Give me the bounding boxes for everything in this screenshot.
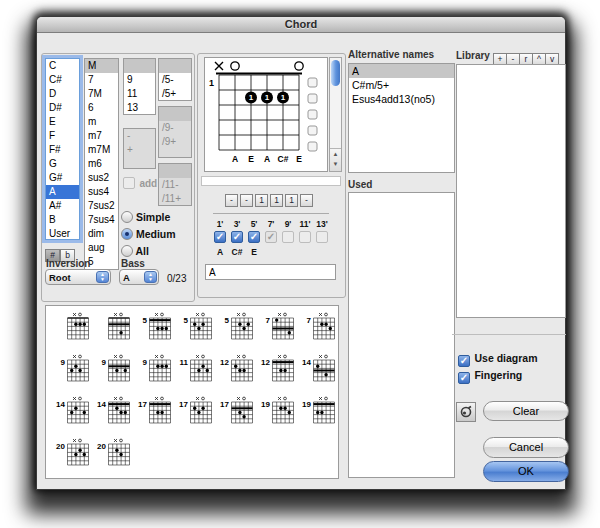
string-fret-button[interactable]: 1 xyxy=(255,194,268,207)
chord-variation-thumbnail[interactable]: 9 xyxy=(52,353,92,384)
list-item[interactable]: D# xyxy=(46,101,79,115)
list-item[interactable]: C xyxy=(46,59,79,73)
fingering-checkbox[interactable]: ✓ xyxy=(458,372,470,384)
chord-variation-thumbnail[interactable]: 12 xyxy=(216,353,256,384)
list-item[interactable]: 9 xyxy=(124,73,155,87)
list-item[interactable]: C#m/5+ xyxy=(349,78,454,92)
list-item[interactable]: 7M xyxy=(85,87,118,101)
list-item[interactable]: A xyxy=(46,185,79,199)
list-item[interactable]: dim xyxy=(85,227,118,241)
chord-variation-thumbnail[interactable]: 14 xyxy=(298,353,338,384)
list-item[interactable]: A xyxy=(349,64,454,78)
list-item: /9- xyxy=(159,121,191,135)
list-item[interactable]: User xyxy=(46,227,79,240)
scrollbar-thumb[interactable] xyxy=(331,60,340,86)
interval-checkbox[interactable]: ✓ xyxy=(214,231,226,243)
list-item[interactable]: 6 xyxy=(85,101,118,115)
fingering-option[interactable]: ✓ Fingering xyxy=(458,365,522,384)
list-item[interactable]: 13 xyxy=(124,101,155,115)
list-item[interactable]: D xyxy=(46,87,79,101)
string-fret-button[interactable]: - xyxy=(300,194,313,207)
list-item[interactable]: C# xyxy=(46,73,79,87)
chord-variation-thumbnail[interactable]: 11 xyxy=(175,353,215,384)
chord-variation-thumbnail[interactable]: 17 xyxy=(216,395,256,426)
interval-checkbox[interactable]: ✓ xyxy=(248,231,260,243)
radio-button[interactable] xyxy=(121,245,133,257)
list-item[interactable]: Esus4add13(no5) xyxy=(349,92,454,106)
ok-button[interactable]: OK xyxy=(483,461,569,482)
list-item[interactable]: /5- xyxy=(159,73,191,87)
alternative-names-list[interactable]: AC#m/5+Esus4add13(no5) xyxy=(348,63,455,173)
list-item[interactable] xyxy=(124,59,155,73)
fifth-alteration-list[interactable]: /5-/5+ xyxy=(158,58,192,101)
list-item[interactable]: E xyxy=(46,115,79,129)
root-note-list[interactable]: CC#DD#EFF#GG#AA#BUser xyxy=(45,58,80,240)
chord-variation-thumbnail[interactable]: 17 xyxy=(175,395,215,426)
inversion-popup[interactable]: Root ▲▼ xyxy=(45,269,111,285)
chord-variation-thumbnail[interactable]: 17 xyxy=(134,395,174,426)
library-list[interactable] xyxy=(456,64,566,318)
list-item[interactable]: 7sus4 xyxy=(85,213,118,227)
extension-list[interactable]: 91113 xyxy=(123,58,156,115)
list-item[interactable] xyxy=(159,59,191,73)
list-item[interactable]: A# xyxy=(46,199,79,213)
list-item[interactable]: m7 xyxy=(85,129,118,143)
chord-name-input[interactable] xyxy=(205,264,336,280)
list-item[interactable]: B xyxy=(46,213,79,227)
chord-variation-thumbnail[interactable]: 9 xyxy=(134,353,174,384)
chord-variation-thumbnail[interactable]: 7 xyxy=(298,311,338,342)
string-fret-button[interactable]: 1 xyxy=(285,194,298,207)
variation-fret-label: 14 xyxy=(52,395,65,409)
diagram-scrollbar[interactable]: ▲▼ xyxy=(329,57,342,172)
clear-button[interactable]: Clear xyxy=(483,401,569,421)
chord-variation-thumbnail[interactable]: 7 xyxy=(257,311,297,342)
chord-variation-thumbnail[interactable]: 9 xyxy=(93,353,133,384)
list-item[interactable]: sus2 xyxy=(85,171,118,185)
chord-diagram-box[interactable]: 1111AEAC#E xyxy=(204,57,328,172)
chord-variation-thumbnail[interactable] xyxy=(52,311,92,342)
list-item[interactable]: G# xyxy=(46,171,79,185)
list-item[interactable]: m6 xyxy=(85,157,118,171)
list-item[interactable]: 7 xyxy=(85,73,118,87)
used-list[interactable] xyxy=(348,192,455,478)
chord-variation-thumbnail[interactable] xyxy=(93,311,133,342)
chord-variation-thumbnail[interactable]: 19 xyxy=(298,395,338,426)
list-item[interactable]: G xyxy=(46,157,79,171)
list-item[interactable]: /5+ xyxy=(159,87,191,101)
title-bar[interactable]: Chord xyxy=(37,17,565,33)
list-item[interactable]: m7M xyxy=(85,143,118,157)
chord-variation-thumbnail[interactable]: 5 xyxy=(134,311,174,342)
chord-variation-thumbnail[interactable]: 5 xyxy=(216,311,256,342)
complexity-option-simple[interactable]: Simple xyxy=(121,211,170,223)
list-item[interactable]: M xyxy=(85,59,118,73)
list-item[interactable]: m xyxy=(85,115,118,129)
string-fret-button[interactable]: - xyxy=(225,194,238,207)
chord-variation-thumbnail[interactable]: 12 xyxy=(257,353,297,384)
complexity-option-all[interactable]: All xyxy=(121,245,149,257)
chord-variation-thumbnail[interactable]: 14 xyxy=(52,395,92,426)
string-fret-button[interactable]: - xyxy=(240,194,253,207)
variations-box[interactable]: 5557799911121214141417171719192020 xyxy=(45,305,339,479)
chord-type-list[interactable]: M77M6mm7m7Mm6sus2sus47sus27sus4dimaug5 xyxy=(84,58,119,270)
list-item[interactable]: F xyxy=(46,129,79,143)
chord-variation-thumbnail[interactable]: 5 xyxy=(175,311,215,342)
interval-checkbox[interactable]: ✓ xyxy=(231,231,243,243)
chord-variation-thumbnail[interactable]: 20 xyxy=(52,437,92,468)
list-item[interactable]: 7sus2 xyxy=(85,199,118,213)
string-fret-button[interactable]: 1 xyxy=(270,194,283,207)
complexity-option-medium[interactable]: Medium xyxy=(121,228,176,240)
radio-button[interactable] xyxy=(121,211,133,223)
scrollbar-arrows[interactable]: ▲▼ xyxy=(330,148,341,171)
list-item[interactable]: F# xyxy=(46,143,79,157)
bass-popup[interactable]: A ▲▼ xyxy=(119,269,159,285)
chord-variation-thumbnail[interactable]: 20 xyxy=(93,437,133,468)
chord-variation-thumbnail[interactable]: 19 xyxy=(257,395,297,426)
cancel-button[interactable]: Cancel xyxy=(483,437,569,458)
list-item[interactable]: 11 xyxy=(124,87,155,101)
interval-checkbox xyxy=(316,231,328,243)
list-item[interactable]: sus4 xyxy=(85,185,118,199)
chord-variation-thumbnail[interactable]: 14 xyxy=(93,395,133,426)
radio-button[interactable] xyxy=(121,228,133,240)
play-chord-button[interactable] xyxy=(456,402,476,422)
list-item[interactable]: aug xyxy=(85,241,118,255)
